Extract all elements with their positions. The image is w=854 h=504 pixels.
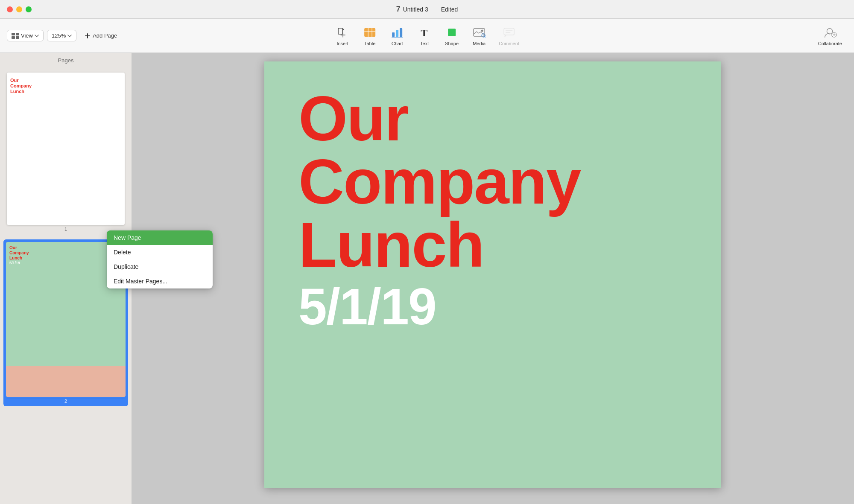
plus-icon bbox=[84, 32, 91, 39]
toolbar-center: Insert Table bbox=[330, 23, 524, 49]
title-text: Untitled 3 — Edited bbox=[403, 6, 458, 13]
salmon-bar bbox=[6, 366, 126, 396]
svg-point-16 bbox=[481, 29, 483, 32]
close-button[interactable] bbox=[7, 6, 13, 12]
toolbar: View 125% Add Page bbox=[0, 19, 854, 53]
sidebar: Pages Our Company Lunch 1 Our bbox=[0, 53, 132, 504]
chevron-down-icon bbox=[35, 35, 39, 37]
toolbar-right: Collaborate bbox=[813, 23, 847, 49]
thumb2-title: Our Company Lunch bbox=[9, 245, 122, 261]
media-button[interactable]: Media bbox=[466, 23, 492, 49]
table-icon bbox=[363, 26, 377, 39]
svg-rect-3 bbox=[16, 36, 19, 39]
menu-edit-master[interactable]: Edit Master Pages... bbox=[107, 274, 132, 288]
svg-text:T: T bbox=[421, 27, 427, 38]
svg-rect-18 bbox=[504, 28, 514, 35]
shape-icon bbox=[445, 26, 459, 39]
add-page-button[interactable]: Add Page bbox=[80, 30, 121, 41]
svg-rect-14 bbox=[448, 29, 456, 36]
menu-new-page[interactable]: New Page bbox=[107, 230, 132, 245]
svg-rect-0 bbox=[12, 33, 15, 35]
menu-delete[interactable]: Delete bbox=[107, 245, 132, 259]
sidebar-header: Pages bbox=[0, 53, 132, 68]
view-icon bbox=[12, 33, 19, 39]
app-icon: 7 bbox=[396, 5, 401, 14]
page-title: Our Company Lunch bbox=[298, 87, 687, 277]
page-1-thumbnail[interactable]: Our Company Lunch 1 bbox=[7, 73, 125, 232]
thumb1-title: Our Company Lunch bbox=[10, 78, 121, 95]
comment-icon bbox=[502, 26, 516, 39]
comment-button[interactable]: Comment bbox=[494, 23, 524, 49]
page-1-number: 1 bbox=[7, 227, 125, 232]
canvas-area[interactable]: Our Company Lunch 5/1/19 bbox=[132, 53, 854, 504]
svg-rect-9 bbox=[392, 32, 395, 37]
insert-button[interactable]: Insert bbox=[330, 23, 355, 49]
chart-icon bbox=[390, 26, 404, 39]
shape-button[interactable]: Shape bbox=[439, 23, 465, 49]
page-2-number: 2 bbox=[6, 399, 126, 404]
svg-rect-10 bbox=[396, 30, 398, 37]
svg-rect-2 bbox=[12, 36, 15, 39]
page-canvas: Our Company Lunch 5/1/19 bbox=[264, 61, 721, 488]
thumb2-date: 5/1/19 bbox=[9, 261, 122, 265]
title-bar: 7 Untitled 3 — Edited bbox=[0, 0, 854, 19]
collaborate-button[interactable]: Collaborate bbox=[813, 23, 847, 49]
svg-rect-4 bbox=[338, 28, 342, 34]
svg-rect-11 bbox=[400, 28, 402, 37]
zoom-button[interactable]: 125% bbox=[47, 30, 76, 41]
chevron-down-icon bbox=[67, 35, 72, 37]
insert-icon bbox=[336, 26, 349, 39]
page-date: 5/1/19 bbox=[298, 281, 687, 332]
svg-rect-5 bbox=[364, 28, 375, 37]
collaborate-icon bbox=[823, 26, 837, 39]
svg-rect-1 bbox=[16, 33, 19, 35]
text-button[interactable]: T Text bbox=[412, 23, 437, 49]
maximize-button[interactable] bbox=[26, 6, 32, 12]
text-icon: T bbox=[418, 26, 431, 39]
chart-button[interactable]: Chart bbox=[384, 23, 410, 49]
window-controls bbox=[7, 6, 32, 12]
view-button[interactable]: View bbox=[7, 30, 44, 41]
menu-duplicate[interactable]: Duplicate bbox=[107, 259, 132, 274]
main-content: Pages Our Company Lunch 1 Our bbox=[0, 53, 854, 504]
table-button[interactable]: Table bbox=[357, 23, 383, 49]
context-menu: New Page Delete Duplicate Edit Master Pa… bbox=[107, 230, 132, 288]
media-icon bbox=[472, 26, 486, 39]
minimize-button[interactable] bbox=[16, 6, 22, 12]
toolbar-left: View 125% Add Page bbox=[7, 30, 121, 41]
